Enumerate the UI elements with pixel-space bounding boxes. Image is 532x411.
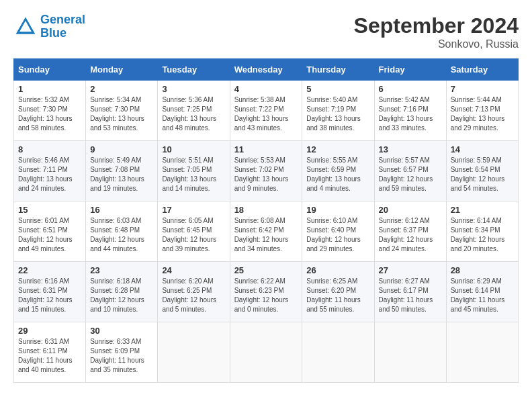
day-info: Sunrise: 5:32 AMSunset: 7:30 PMDaylight:… <box>18 96 73 132</box>
day-number: 25 <box>234 265 298 275</box>
calendar-cell <box>374 322 446 383</box>
day-number: 10 <box>162 144 225 154</box>
day-info: Sunrise: 5:34 AMSunset: 7:30 PMDaylight:… <box>90 96 144 132</box>
day-number: 6 <box>379 84 442 94</box>
calendar-header-row: SundayMondayTuesdayWednesdayThursdayFrid… <box>14 59 519 81</box>
weekday-header-friday: Friday <box>374 59 446 81</box>
day-info: Sunrise: 5:49 AMSunset: 7:08 PMDaylight:… <box>90 156 144 192</box>
day-info: Sunrise: 6:20 AMSunset: 6:25 PMDaylight:… <box>162 277 216 313</box>
calendar-cell: 8 Sunrise: 5:46 AMSunset: 7:11 PMDayligh… <box>14 141 86 201</box>
day-number: 14 <box>451 144 514 154</box>
logo-icon <box>13 15 38 39</box>
day-info: Sunrise: 6:10 AMSunset: 6:40 PMDaylight:… <box>306 217 361 253</box>
day-number: 18 <box>234 205 298 215</box>
day-number: 5 <box>306 84 369 94</box>
day-number: 16 <box>90 205 153 215</box>
calendar-cell: 14 Sunrise: 5:59 AMSunset: 6:54 PMDaylig… <box>446 141 518 201</box>
calendar-week-3: 15 Sunrise: 6:01 AMSunset: 6:51 PMDaylig… <box>14 201 519 262</box>
calendar-cell: 21 Sunrise: 6:14 AMSunset: 6:34 PMDaylig… <box>446 201 518 262</box>
weekday-header-thursday: Thursday <box>302 59 374 81</box>
calendar-cell: 13 Sunrise: 5:57 AMSunset: 6:57 PMDaylig… <box>374 141 446 201</box>
calendar-week-1: 1 Sunrise: 5:32 AMSunset: 7:30 PMDayligh… <box>14 81 519 141</box>
calendar-cell: 29 Sunrise: 6:31 AMSunset: 6:11 PMDaylig… <box>14 322 86 383</box>
calendar-cell <box>302 322 374 383</box>
calendar-cell: 6 Sunrise: 5:42 AMSunset: 7:16 PMDayligh… <box>374 81 446 141</box>
calendar-cell <box>230 322 302 383</box>
weekday-header-saturday: Saturday <box>446 59 518 81</box>
calendar-week-5: 29 Sunrise: 6:31 AMSunset: 6:11 PMDaylig… <box>14 322 519 383</box>
calendar-cell: 5 Sunrise: 5:40 AMSunset: 7:19 PMDayligh… <box>302 81 374 141</box>
weekday-header-sunday: Sunday <box>14 59 86 81</box>
day-info: Sunrise: 6:08 AMSunset: 6:42 PMDaylight:… <box>234 217 289 253</box>
calendar-cell <box>158 322 230 383</box>
day-info: Sunrise: 5:40 AMSunset: 7:19 PMDaylight:… <box>306 96 361 132</box>
calendar-cell: 20 Sunrise: 6:12 AMSunset: 6:37 PMDaylig… <box>374 201 446 262</box>
day-number: 30 <box>90 326 153 336</box>
calendar-cell: 4 Sunrise: 5:38 AMSunset: 7:22 PMDayligh… <box>230 81 302 141</box>
day-number: 3 <box>162 84 225 94</box>
calendar-cell: 1 Sunrise: 5:32 AMSunset: 7:30 PMDayligh… <box>14 81 86 141</box>
weekday-header-monday: Monday <box>86 59 158 81</box>
day-info: Sunrise: 6:14 AMSunset: 6:34 PMDaylight:… <box>451 217 505 253</box>
day-info: Sunrise: 5:55 AMSunset: 6:59 PMDaylight:… <box>306 156 361 192</box>
day-info: Sunrise: 6:33 AMSunset: 6:09 PMDaylight:… <box>90 338 144 373</box>
day-number: 15 <box>18 205 81 215</box>
calendar-cell: 23 Sunrise: 6:18 AMSunset: 6:28 PMDaylig… <box>86 262 158 322</box>
day-number: 12 <box>306 144 369 154</box>
calendar-cell: 27 Sunrise: 6:27 AMSunset: 6:17 PMDaylig… <box>374 262 446 322</box>
calendar-cell: 28 Sunrise: 6:29 AMSunset: 6:14 PMDaylig… <box>446 262 518 322</box>
weekday-header-tuesday: Tuesday <box>158 59 230 81</box>
day-number: 26 <box>306 265 369 275</box>
day-info: Sunrise: 6:01 AMSunset: 6:51 PMDaylight:… <box>18 217 73 253</box>
calendar-cell <box>446 322 518 383</box>
calendar-cell: 22 Sunrise: 6:16 AMSunset: 6:31 PMDaylig… <box>14 262 86 322</box>
day-info: Sunrise: 6:31 AMSunset: 6:11 PMDaylight:… <box>18 338 73 373</box>
day-info: Sunrise: 5:51 AMSunset: 7:05 PMDaylight:… <box>162 156 216 192</box>
day-number: 21 <box>451 205 514 215</box>
calendar-cell: 30 Sunrise: 6:33 AMSunset: 6:09 PMDaylig… <box>86 322 158 383</box>
day-info: Sunrise: 6:27 AMSunset: 6:17 PMDaylight:… <box>379 277 433 313</box>
calendar-table: SundayMondayTuesdayWednesdayThursdayFrid… <box>13 58 519 383</box>
day-number: 1 <box>18 84 81 94</box>
day-number: 17 <box>162 205 225 215</box>
calendar-cell: 19 Sunrise: 6:10 AMSunset: 6:40 PMDaylig… <box>302 201 374 262</box>
title-block: September 2024 Sonkovo, Russia <box>354 13 519 50</box>
day-info: Sunrise: 5:44 AMSunset: 7:13 PMDaylight:… <box>451 96 505 132</box>
calendar-week-2: 8 Sunrise: 5:46 AMSunset: 7:11 PMDayligh… <box>14 141 519 201</box>
day-info: Sunrise: 6:05 AMSunset: 6:45 PMDaylight:… <box>162 217 216 253</box>
weekday-header-wednesday: Wednesday <box>230 59 302 81</box>
day-info: Sunrise: 6:18 AMSunset: 6:28 PMDaylight:… <box>90 277 144 313</box>
day-info: Sunrise: 6:16 AMSunset: 6:31 PMDaylight:… <box>18 277 73 313</box>
logo-text: General Blue <box>40 13 85 40</box>
calendar-cell: 15 Sunrise: 6:01 AMSunset: 6:51 PMDaylig… <box>14 201 86 262</box>
calendar-cell: 26 Sunrise: 6:25 AMSunset: 6:20 PMDaylig… <box>302 262 374 322</box>
day-number: 2 <box>90 84 153 94</box>
day-number: 28 <box>451 265 514 275</box>
day-info: Sunrise: 6:03 AMSunset: 6:48 PMDaylight:… <box>90 217 144 253</box>
day-info: Sunrise: 6:29 AMSunset: 6:14 PMDaylight:… <box>451 277 505 313</box>
page-header: General Blue September 2024 Sonkovo, Rus… <box>13 13 519 50</box>
calendar-cell: 12 Sunrise: 5:55 AMSunset: 6:59 PMDaylig… <box>302 141 374 201</box>
day-number: 19 <box>306 205 369 215</box>
logo: General Blue <box>13 13 85 40</box>
day-info: Sunrise: 5:46 AMSunset: 7:11 PMDaylight:… <box>18 156 73 192</box>
day-info: Sunrise: 5:42 AMSunset: 7:16 PMDaylight:… <box>379 96 433 132</box>
day-info: Sunrise: 5:57 AMSunset: 6:57 PMDaylight:… <box>379 156 433 192</box>
calendar-cell: 24 Sunrise: 6:20 AMSunset: 6:25 PMDaylig… <box>158 262 230 322</box>
day-number: 20 <box>379 205 442 215</box>
day-number: 11 <box>234 144 298 154</box>
calendar-cell: 7 Sunrise: 5:44 AMSunset: 7:13 PMDayligh… <box>446 81 518 141</box>
day-info: Sunrise: 6:12 AMSunset: 6:37 PMDaylight:… <box>379 217 433 253</box>
calendar-cell: 2 Sunrise: 5:34 AMSunset: 7:30 PMDayligh… <box>86 81 158 141</box>
calendar-cell: 11 Sunrise: 5:53 AMSunset: 7:02 PMDaylig… <box>230 141 302 201</box>
day-number: 9 <box>90 144 153 154</box>
calendar-cell: 25 Sunrise: 6:22 AMSunset: 6:23 PMDaylig… <box>230 262 302 322</box>
calendar-cell: 3 Sunrise: 5:36 AMSunset: 7:25 PMDayligh… <box>158 81 230 141</box>
calendar-cell: 18 Sunrise: 6:08 AMSunset: 6:42 PMDaylig… <box>230 201 302 262</box>
calendar-cell: 10 Sunrise: 5:51 AMSunset: 7:05 PMDaylig… <box>158 141 230 201</box>
day-info: Sunrise: 5:53 AMSunset: 7:02 PMDaylight:… <box>234 156 289 192</box>
location-title: Sonkovo, Russia <box>354 38 519 50</box>
calendar-cell: 9 Sunrise: 5:49 AMSunset: 7:08 PMDayligh… <box>86 141 158 201</box>
day-info: Sunrise: 5:38 AMSunset: 7:22 PMDaylight:… <box>234 96 289 132</box>
day-info: Sunrise: 6:25 AMSunset: 6:20 PMDaylight:… <box>306 277 361 313</box>
